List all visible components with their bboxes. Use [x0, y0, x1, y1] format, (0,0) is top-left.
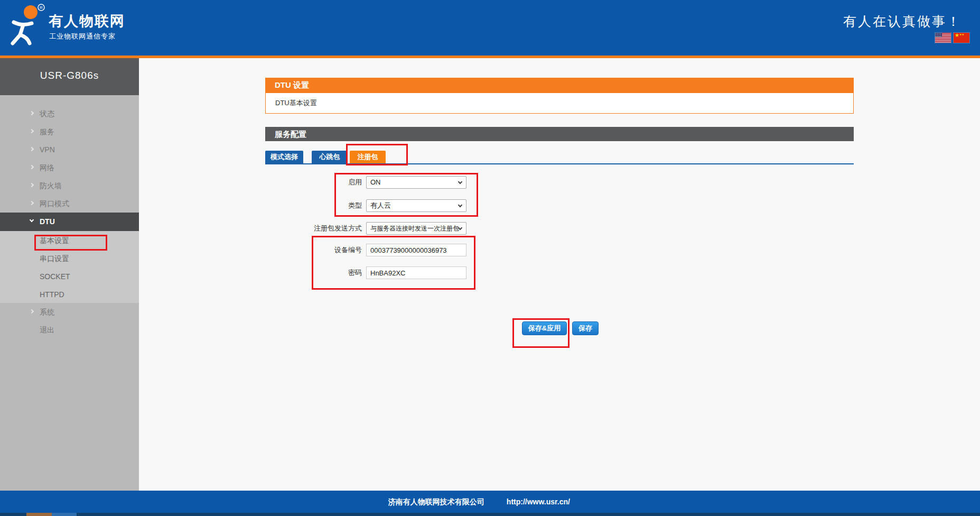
sidebar-item-network[interactable]: 网络 — [0, 159, 139, 177]
chevron-right-icon — [30, 201, 34, 205]
chevron-right-icon — [30, 129, 34, 133]
footer-company: 济南有人物联网技术有限公司 — [388, 491, 484, 513]
footer: 济南有人物联网技术有限公司 http://www.usr.cn/ — [0, 491, 980, 513]
tab-bar: 模式选择 心跳包 注册包 — [265, 151, 854, 164]
bottom-strip-segment — [52, 513, 77, 516]
chevron-right-icon — [30, 309, 34, 314]
password-label: 密码 — [264, 266, 362, 279]
flag-us-canton — [935, 33, 942, 37]
tab-mode-select[interactable]: 模式选择 — [265, 151, 303, 163]
chevron-right-icon — [30, 183, 34, 187]
usr-logo-icon: R — [7, 3, 46, 49]
sidebar-item-services[interactable]: 服务 — [0, 123, 139, 141]
tab-register-packet[interactable]: 注册包 — [350, 151, 386, 163]
sidebar-item-logout[interactable]: 退出 — [0, 321, 139, 339]
sidebar-item-basic-settings[interactable]: 基本设置 — [0, 232, 139, 250]
header: R 有人物联网 工业物联网通信专家 有人在认真做事！ ★ ★★ — [0, 0, 980, 56]
flag-cn-star: ★ — [955, 32, 959, 39]
sidebar-item-serial-settings[interactable]: 串口设置 — [0, 250, 139, 268]
device-id-input[interactable] — [366, 244, 466, 256]
bottom-strip-segment — [26, 513, 52, 516]
sidebar-item-socket[interactable]: SOCKET — [0, 268, 139, 285]
brand-subtitle: 工业物联网通信专家 — [49, 32, 116, 41]
header-slogan: 有人在认真做事！ — [843, 13, 962, 30]
flag-cn-icon[interactable]: ★ ★★ — [954, 33, 969, 43]
panel-subtitle: DTU基本设置 — [265, 93, 854, 114]
sidebar-item-port-mode[interactable]: 网口模式 — [0, 195, 139, 213]
sidebar-item-httpd[interactable]: HTTPD — [0, 285, 139, 303]
brand-title: 有人物联网 — [49, 12, 125, 31]
chevron-right-icon — [30, 111, 34, 115]
panel-title: DTU 设置 — [265, 78, 854, 93]
type-label: 类型 — [264, 199, 362, 212]
sidebar-item-system[interactable]: 系统 — [0, 303, 139, 321]
sidebar-item-status[interactable]: 状态 — [0, 105, 139, 123]
register-send-mode-label: 注册包发送方式 — [264, 222, 362, 235]
svg-text:R: R — [40, 5, 43, 10]
password-input[interactable] — [366, 266, 466, 279]
device-id-label: 设备编号 — [264, 244, 362, 256]
page: R 有人物联网 工业物联网通信专家 有人在认真做事！ ★ ★★ USR-G806… — [0, 0, 980, 516]
sidebar: 状态 服务 VPN 网络 防火墙 网口模式 DTU 基本设置 — [0, 95, 139, 491]
enable-label: 启用 — [264, 176, 362, 189]
save-button[interactable]: 保存 — [572, 321, 599, 335]
select-chevron-icon — [458, 203, 462, 207]
bottom-edge-strip — [0, 513, 980, 516]
chevron-right-icon — [30, 165, 34, 169]
register-send-mode-select[interactable]: 与服务器连接时发送一次注册包 — [366, 222, 466, 235]
sidebar-item-vpn[interactable]: VPN — [0, 141, 139, 159]
footer-url[interactable]: http://www.usr.cn/ — [507, 491, 570, 513]
section-title: 服务配置 — [265, 127, 854, 141]
chevron-down-icon — [30, 218, 34, 222]
chevron-right-icon — [30, 147, 34, 151]
language-switcher: ★ ★★ — [935, 33, 969, 43]
type-select[interactable]: 有人云 — [366, 199, 466, 212]
flag-us-icon[interactable] — [935, 33, 951, 43]
save-apply-button[interactable]: 保存&应用 — [522, 321, 567, 335]
sidebar-item-dtu[interactable]: DTU — [0, 213, 139, 231]
tab-heartbeat[interactable]: 心跳包 — [312, 151, 348, 163]
flag-cn-small-stars: ★★ — [959, 33, 964, 36]
sidebar-item-firewall[interactable]: 防火墙 — [0, 177, 139, 195]
enable-select[interactable]: ON — [366, 176, 466, 189]
device-model: USR-G806s — [0, 58, 139, 95]
select-chevron-icon — [458, 180, 462, 184]
